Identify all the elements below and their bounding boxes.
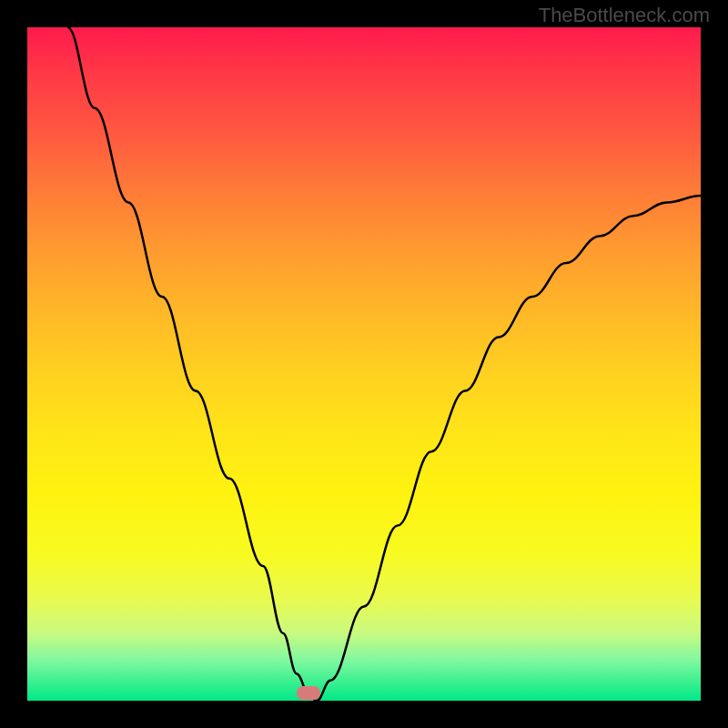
bottleneck-curve [27,27,701,701]
optimal-marker [297,686,320,700]
chart-plot-area [27,27,701,701]
watermark-text: TheBottleneck.com [539,4,710,27]
